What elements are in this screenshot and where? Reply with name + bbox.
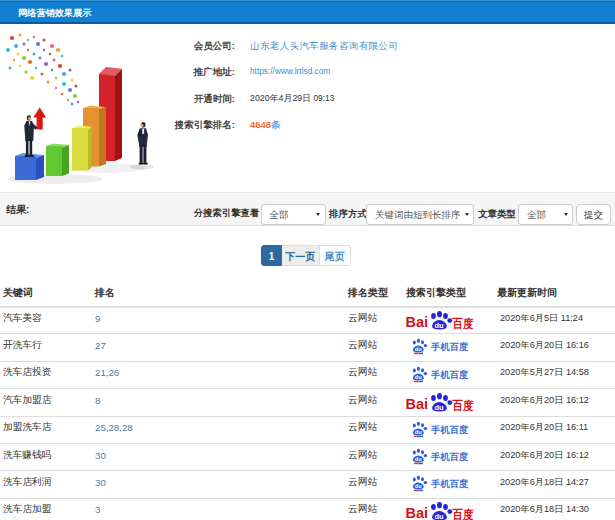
svg-text:du: du: [415, 483, 422, 489]
svg-text:du: du: [415, 347, 422, 353]
svg-text:手机百度: 手机百度: [430, 423, 469, 434]
svg-text:手机百度: 手机百度: [430, 451, 469, 462]
svg-text:Bai: Bai: [406, 396, 428, 412]
svg-text:Bai: Bai: [406, 505, 428, 520]
svg-text:du: du: [434, 513, 444, 520]
svg-text:手机百度: 手机百度: [430, 341, 469, 352]
svg-text:手机百度: 手机百度: [430, 478, 469, 489]
svg-text:du: du: [415, 456, 422, 462]
svg-text:du: du: [415, 429, 422, 435]
svg-text:百度: 百度: [452, 316, 474, 330]
svg-text:Bai: Bai: [406, 314, 428, 330]
svg-text:百度: 百度: [452, 398, 474, 412]
svg-text:du: du: [415, 374, 422, 380]
svg-text:du: du: [434, 403, 444, 412]
svg-text:百度: 百度: [452, 508, 474, 520]
svg-text:手机百度: 手机百度: [430, 369, 469, 380]
svg-text:du: du: [434, 321, 444, 330]
